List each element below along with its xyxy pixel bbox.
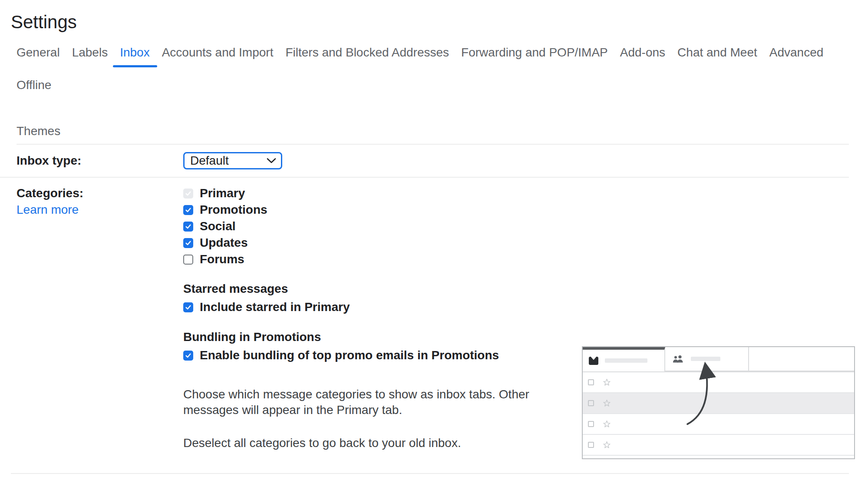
illustration-tab-bar	[583, 347, 854, 371]
inbox-type-row: Inbox type: Default	[0, 145, 849, 178]
tab-labels[interactable]: Labels	[72, 43, 108, 62]
category-promotions-checkbox[interactable]	[183, 205, 193, 215]
category-primary-checkbox[interactable]	[183, 189, 193, 199]
illustration-social-tab	[665, 347, 749, 371]
tab-add-ons[interactable]: Add-ons	[620, 43, 665, 62]
illustration-email-row	[583, 372, 854, 393]
category-option-row: Forums	[183, 251, 565, 268]
illustration-email-row	[583, 435, 854, 456]
category-forums-checkbox[interactable]	[183, 255, 193, 265]
category-option-row: Promotions	[183, 202, 565, 218]
tab-forwarding-and-pop-imap[interactable]: Forwarding and POP/IMAP	[461, 43, 608, 62]
category-forums-label[interactable]: Forums	[200, 252, 244, 266]
categories-label: Categories:	[17, 185, 183, 202]
placeholder-bar	[605, 358, 647, 363]
divider	[11, 473, 849, 474]
illustration-email-list	[583, 371, 854, 456]
placeholder-bar	[691, 357, 720, 361]
checkbox-outline-icon	[588, 400, 594, 406]
tab-general[interactable]: General	[17, 43, 60, 62]
bundling-option-row: Enable bundling of top promo emails in P…	[183, 349, 565, 362]
star-icon	[603, 441, 611, 449]
tab-advanced[interactable]: Advanced	[769, 43, 824, 62]
starred-option-row: Include starred in Primary	[183, 301, 565, 314]
tab-accounts-and-import[interactable]: Accounts and Import	[162, 43, 274, 62]
checkbox-outline-icon	[588, 442, 594, 448]
old-inbox-note: Deselect all categories to go back to yo…	[183, 435, 565, 451]
illustration-primary-tab	[583, 347, 665, 371]
illustration-email-row	[583, 393, 854, 414]
bundling-heading: Bundling in Promotions	[183, 331, 565, 343]
star-icon	[603, 378, 611, 387]
people-icon	[672, 354, 684, 364]
tab-themes[interactable]: Themes	[17, 122, 60, 141]
category-primary-label[interactable]: Primary	[200, 186, 245, 200]
categories-description: Choose which message categories to show …	[183, 387, 565, 418]
checkbox-outline-icon	[588, 421, 594, 427]
enable-bundling-label[interactable]: Enable bundling of top promo emails in P…	[200, 348, 499, 362]
category-social-checkbox[interactable]	[183, 222, 193, 232]
inbox-type-label: Inbox type:	[17, 154, 81, 167]
inbox-tabs-illustration	[582, 346, 855, 459]
category-social-label[interactable]: Social	[200, 219, 235, 233]
category-updates-label[interactable]: Updates	[200, 236, 248, 250]
category-option-row: Social	[183, 218, 565, 235]
inbox-type-select[interactable]: Default	[183, 152, 282, 169]
tab-offline[interactable]: Offline	[17, 76, 51, 95]
category-updates-checkbox[interactable]	[183, 238, 193, 248]
starred-messages-heading: Starred messages	[183, 283, 565, 295]
page-title: Settings	[11, 11, 868, 33]
tab-inbox[interactable]: Inbox	[120, 43, 150, 62]
learn-more-link[interactable]: Learn more	[17, 202, 79, 218]
inbox-type-selected-value: Default	[190, 154, 229, 168]
illustration-tab-bar-filler	[749, 347, 854, 371]
inbox-icon	[588, 356, 599, 366]
tab-filters-and-blocked-addresses[interactable]: Filters and Blocked Addresses	[285, 43, 449, 62]
gmail-settings-page: Settings GeneralLabelsInboxAccounts and …	[0, 0, 868, 477]
category-promotions-label[interactable]: Promotions	[200, 203, 267, 217]
category-checkbox-list: PrimaryPromotionsSocialUpdatesForums	[183, 185, 565, 268]
star-icon	[603, 399, 611, 407]
category-option-row: Updates	[183, 235, 565, 251]
star-icon	[603, 420, 611, 428]
illustration-email-row	[583, 414, 854, 435]
checkbox-outline-icon	[588, 379, 594, 385]
include-starred-in-primary-checkbox[interactable]	[183, 302, 193, 312]
chevron-down-icon	[266, 158, 277, 164]
category-option-row: Primary	[183, 185, 565, 202]
include-starred-in-primary-label[interactable]: Include starred in Primary	[200, 300, 350, 314]
tab-chat-and-meet[interactable]: Chat and Meet	[677, 43, 757, 62]
enable-bundling-checkbox[interactable]	[183, 351, 193, 361]
settings-tab-bar: GeneralLabelsInboxAccounts and ImportFil…	[17, 43, 855, 141]
